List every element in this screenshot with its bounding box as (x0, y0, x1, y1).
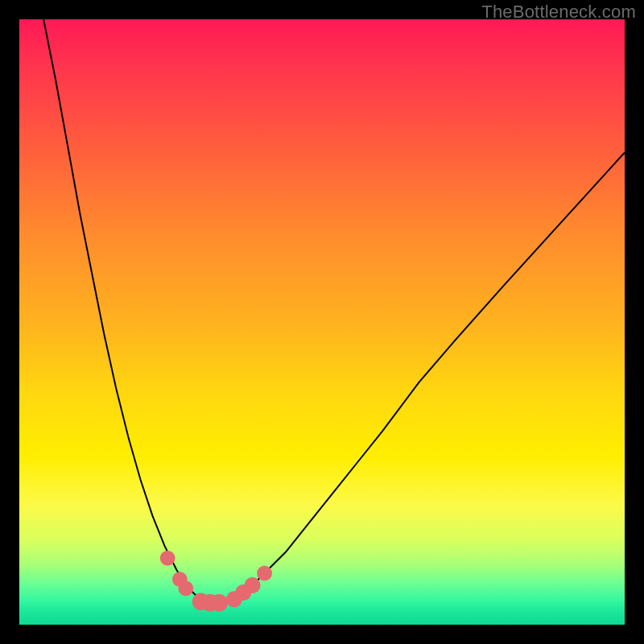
page-frame: TheBottleneck.com (0, 0, 644, 644)
bottleneck-curve (19, 19, 625, 625)
plot-area (19, 19, 625, 625)
curve-marker (244, 577, 260, 593)
curve-marker (257, 566, 272, 581)
watermark-text: TheBottleneck.com (481, 2, 636, 23)
curve-marker (178, 581, 193, 597)
curve-marker (210, 594, 228, 612)
curve-marker (160, 551, 175, 566)
